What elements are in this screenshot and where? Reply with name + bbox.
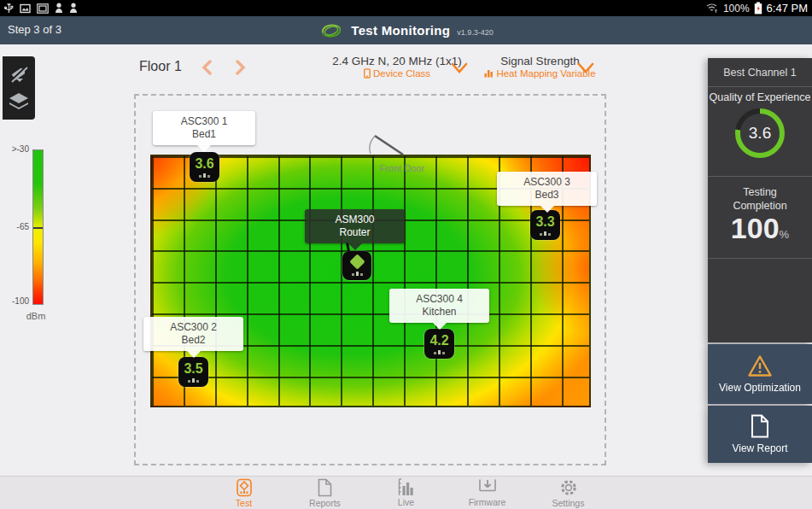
router-diamond-icon (349, 254, 365, 269)
device-name: ASM300 (308, 214, 401, 226)
nav-tab-settings[interactable]: Settings (528, 477, 609, 509)
map-tool-panel (3, 56, 35, 120)
floor-plan-area[interactable]: Front Door ASC300 1 Bed1 ASM300 Router A… (134, 94, 606, 465)
nav-tab-test[interactable]: Test (203, 477, 284, 509)
router-badge[interactable] (342, 251, 371, 280)
qoe-gauge: 3.6 (732, 105, 788, 161)
qoe-section: Quality of Experience 3.6 (708, 87, 812, 177)
device-name: ASC300 1 (156, 115, 252, 128)
person-icon (69, 3, 78, 14)
screenshot-icon (20, 3, 31, 14)
testing-unit: % (780, 228, 790, 241)
hide-labels-icon[interactable] (9, 64, 29, 85)
testing-label-line1: Testing (733, 185, 786, 199)
front-door-label: Front Door (355, 163, 449, 173)
device-class-label: Device Class (373, 68, 430, 79)
usb-icon (4, 3, 14, 14)
legend-max-label: >-30 (3, 144, 29, 154)
firmware-download-icon (478, 478, 497, 496)
heat-variable-chevron-icon[interactable] (577, 62, 594, 74)
person-icon (55, 3, 63, 14)
bar-chart-mini-icon (484, 69, 494, 78)
legend-mid-label: -65 (3, 222, 29, 231)
device-tooltip: ASC300 4 Kitchen (389, 289, 489, 323)
reports-icon (317, 478, 333, 497)
device-location: Kitchen (393, 306, 486, 319)
device-location: Router (308, 226, 401, 239)
device-badge-kitchen[interactable]: 4.2 (424, 329, 454, 359)
device-badge-bed2[interactable]: 3.5 (178, 357, 208, 387)
signal-legend-gradient (32, 149, 44, 305)
device-location: Bed2 (147, 334, 240, 347)
best-channel-label: Best Channel 1 (708, 58, 812, 87)
battery-percent: 100% (723, 3, 750, 15)
signal-bars-icon (434, 349, 445, 354)
device-icon (364, 68, 371, 79)
wifi-icon (706, 3, 719, 14)
test-device-icon (235, 478, 254, 497)
device-name: ASC300 2 (147, 321, 240, 334)
device-badge-bed1[interactable]: 3.6 (190, 152, 219, 182)
device-tooltip: ASC300 1 Bed1 (153, 111, 255, 145)
front-door-symbol (365, 131, 409, 158)
signal-bars-icon (352, 271, 363, 276)
device-name: ASC300 4 (393, 293, 486, 306)
signal-bars-icon (188, 377, 199, 383)
signal-bars-icon (199, 173, 210, 178)
app-title: Test Monitoring (351, 23, 450, 38)
device-location: Bed3 (500, 189, 593, 202)
nav-tab-reports[interactable]: Reports (284, 477, 365, 509)
layers-icon[interactable] (8, 91, 30, 112)
testing-completion-section: Testing Completion 100% (708, 177, 812, 259)
device-tooltip: ASC300 2 Bed2 (143, 317, 243, 351)
legend-mid-tick (33, 227, 43, 229)
report-document-icon (750, 414, 770, 438)
floor-label: Floor 1 (139, 59, 182, 74)
view-optimization-button[interactable]: View Optimization (708, 344, 812, 404)
floor-prev-icon[interactable] (201, 60, 214, 75)
floor-next-icon[interactable] (233, 60, 247, 75)
nav-tab-live[interactable]: Live (365, 477, 447, 509)
app-version: v1.9.3-420 (457, 28, 494, 37)
legend-min-label: -100 (3, 296, 29, 306)
qoe-title: Quality of Experience (710, 91, 811, 103)
android-status-bar: 100% 6:47 PM (0, 0, 812, 16)
qoe-value: 3.6 (732, 105, 788, 161)
app-logo-icon (318, 22, 344, 39)
device-location: Bed1 (156, 128, 252, 141)
device-tooltip: ASC300 3 Bed3 (497, 172, 597, 206)
battery-icon (754, 2, 762, 15)
testing-label-line2: Completion (733, 199, 786, 213)
device-name: ASC300 3 (500, 176, 593, 189)
settings-gear-icon (559, 478, 578, 497)
live-chart-icon (397, 478, 415, 496)
status-notification-icons (4, 3, 78, 14)
device-class-chevron-icon[interactable] (451, 62, 468, 74)
view-report-button[interactable]: View Report (708, 406, 812, 463)
testing-completion-value: 100% (731, 213, 789, 250)
legend-unit-label: dBm (19, 311, 53, 321)
right-sidebar: Best Channel 1 Quality of Experience 3.6… (708, 58, 812, 463)
signal-bars-icon (540, 231, 551, 236)
router-tooltip: ASM300 Router (305, 209, 405, 243)
bottom-navigation: Test Reports Live Firmware Settings (0, 476, 812, 509)
clock: 6:47 PM (767, 2, 808, 15)
device-badge-bed3[interactable]: 3.3 (530, 210, 560, 240)
gallery-icon (37, 3, 49, 14)
app-header: Step 3 of 3 Test Monitoring v1.9.3-420 (0, 16, 812, 44)
nav-tab-firmware[interactable]: Firmware (447, 477, 528, 509)
warning-icon (747, 354, 773, 377)
main-content: >-30 -65 -100 dBm Floor 1 2.4 GHz N, 20 … (0, 44, 812, 476)
